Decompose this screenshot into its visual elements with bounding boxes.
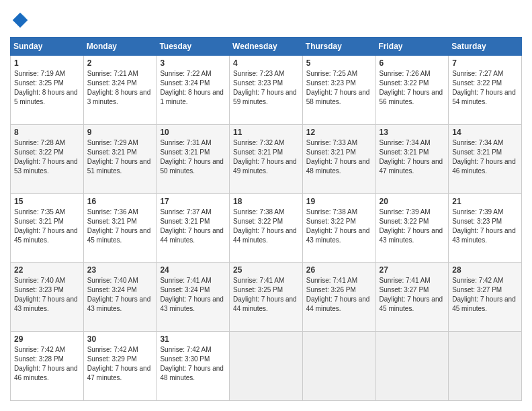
calendar-cell: [449, 332, 522, 401]
daylight-label: Daylight: 7 hours and 43 minutes.: [452, 227, 516, 244]
calendar-week-4: 22 Sunrise: 7:40 AM Sunset: 3:23 PM Dayl…: [11, 263, 522, 332]
calendar-cell: [230, 332, 303, 401]
day-number: 25: [233, 265, 299, 275]
day-number: 29: [14, 334, 80, 344]
sunrise-label: Sunrise: 7:21 AM: [87, 70, 138, 77]
day-number: 17: [160, 197, 226, 206]
daylight-label: Daylight: 7 hours and 54 minutes.: [452, 89, 516, 105]
daylight-label: Daylight: 7 hours and 50 minutes.: [160, 158, 224, 175]
sunrise-label: Sunrise: 7:42 AM: [452, 277, 503, 284]
daylight-label: Daylight: 7 hours and 46 minutes.: [452, 158, 516, 175]
sunset-label: Sunset: 3:21 PM: [160, 218, 210, 225]
sunset-label: Sunset: 3:21 PM: [233, 148, 283, 156]
day-number: 8: [14, 128, 80, 137]
calendar-cell: 23 Sunrise: 7:40 AM Sunset: 3:24 PM Dayl…: [83, 263, 157, 332]
svg-marker-0: [13, 13, 28, 28]
daylight-label: Daylight: 7 hours and 47 minutes.: [87, 365, 151, 381]
sunrise-label: Sunrise: 7:40 AM: [14, 277, 65, 284]
calendar-cell: 6 Sunrise: 7:26 AM Sunset: 3:22 PM Dayli…: [375, 56, 449, 125]
day-number: 24: [160, 265, 226, 275]
sunset-label: Sunset: 3:29 PM: [87, 355, 137, 363]
day-number: 1: [14, 58, 80, 68]
sunset-label: Sunset: 3:21 PM: [380, 148, 429, 156]
calendar-cell: 4 Sunrise: 7:23 AM Sunset: 3:23 PM Dayli…: [230, 56, 303, 125]
col-header-monday: Monday: [83, 38, 157, 56]
sunrise-label: Sunrise: 7:26 AM: [380, 70, 431, 77]
day-number: 10: [160, 128, 226, 137]
day-number: 12: [306, 128, 372, 137]
calendar-cell: 29 Sunrise: 7:42 AM Sunset: 3:28 PM Dayl…: [11, 332, 84, 401]
daylight-label: Daylight: 7 hours and 44 minutes.: [160, 227, 224, 244]
daylight-label: Daylight: 7 hours and 45 minutes.: [14, 227, 78, 244]
day-info: Sunrise: 7:21 AM Sunset: 3:24 PM Dayligh…: [87, 69, 153, 107]
day-info: Sunrise: 7:37 AM Sunset: 3:21 PM Dayligh…: [160, 208, 226, 245]
calendar-cell: 2 Sunrise: 7:21 AM Sunset: 3:24 PM Dayli…: [83, 56, 157, 125]
sunset-label: Sunset: 3:23 PM: [233, 79, 283, 87]
day-number: 22: [14, 265, 80, 275]
day-number: 3: [160, 58, 226, 68]
sunrise-label: Sunrise: 7:41 AM: [233, 277, 284, 284]
day-info: Sunrise: 7:26 AM Sunset: 3:22 PM Dayligh…: [380, 69, 445, 107]
day-info: Sunrise: 7:28 AM Sunset: 3:22 PM Dayligh…: [14, 138, 80, 176]
daylight-label: Daylight: 8 hours and 3 minutes.: [87, 89, 151, 105]
sunset-label: Sunset: 3:30 PM: [160, 355, 210, 363]
calendar-cell: 19 Sunrise: 7:38 AM Sunset: 3:22 PM Dayl…: [302, 193, 375, 263]
daylight-label: Daylight: 7 hours and 46 minutes.: [14, 365, 78, 381]
day-number: 4: [233, 58, 299, 68]
calendar-cell: 27 Sunrise: 7:41 AM Sunset: 3:27 PM Dayl…: [375, 263, 449, 332]
sunrise-label: Sunrise: 7:37 AM: [160, 208, 211, 216]
day-number: 20: [380, 197, 445, 206]
calendar-cell: 12 Sunrise: 7:33 AM Sunset: 3:21 PM Dayl…: [302, 124, 375, 193]
calendar-header-row: SundayMondayTuesdayWednesdayThursdayFrid…: [11, 38, 522, 56]
calendar-cell: 17 Sunrise: 7:37 AM Sunset: 3:21 PM Dayl…: [157, 193, 230, 263]
calendar-week-5: 29 Sunrise: 7:42 AM Sunset: 3:28 PM Dayl…: [11, 332, 522, 401]
sunset-label: Sunset: 3:23 PM: [452, 218, 502, 225]
day-info: Sunrise: 7:39 AM Sunset: 3:22 PM Dayligh…: [380, 208, 445, 245]
sunset-label: Sunset: 3:24 PM: [87, 79, 137, 87]
day-number: 28: [452, 265, 518, 275]
sunset-label: Sunset: 3:24 PM: [87, 286, 137, 293]
calendar-cell: 3 Sunrise: 7:22 AM Sunset: 3:24 PM Dayli…: [157, 56, 230, 125]
day-info: Sunrise: 7:42 AM Sunset: 3:29 PM Dayligh…: [87, 345, 153, 383]
calendar-cell: 7 Sunrise: 7:27 AM Sunset: 3:22 PM Dayli…: [449, 56, 522, 125]
daylight-label: Daylight: 7 hours and 53 minutes.: [14, 158, 78, 175]
sunset-label: Sunset: 3:22 PM: [14, 148, 64, 156]
sunrise-label: Sunrise: 7:33 AM: [306, 139, 357, 146]
day-number: 11: [233, 128, 299, 137]
daylight-label: Daylight: 7 hours and 43 minutes.: [87, 295, 151, 312]
daylight-label: Daylight: 7 hours and 45 minutes.: [380, 295, 443, 312]
sunrise-label: Sunrise: 7:41 AM: [160, 277, 211, 284]
day-number: 30: [87, 334, 153, 344]
col-header-tuesday: Tuesday: [157, 38, 230, 56]
calendar-table: SundayMondayTuesdayWednesdayThursdayFrid…: [10, 37, 522, 401]
day-number: 14: [452, 128, 518, 137]
calendar-cell: 31 Sunrise: 7:42 AM Sunset: 3:30 PM Dayl…: [157, 332, 230, 401]
daylight-label: Daylight: 7 hours and 44 minutes.: [233, 295, 297, 312]
daylight-label: Daylight: 8 hours and 5 minutes.: [14, 89, 78, 105]
day-number: 21: [452, 197, 518, 206]
sunset-label: Sunset: 3:25 PM: [233, 286, 283, 293]
sunrise-label: Sunrise: 7:38 AM: [233, 208, 284, 216]
sunrise-label: Sunrise: 7:23 AM: [233, 70, 284, 77]
sunrise-label: Sunrise: 7:22 AM: [160, 70, 211, 77]
daylight-label: Daylight: 7 hours and 43 minutes.: [14, 295, 78, 312]
sunrise-label: Sunrise: 7:28 AM: [14, 139, 65, 146]
day-number: 7: [452, 58, 518, 68]
calendar-cell: 28 Sunrise: 7:42 AM Sunset: 3:27 PM Dayl…: [449, 263, 522, 332]
day-number: 13: [380, 128, 445, 137]
day-info: Sunrise: 7:41 AM Sunset: 3:27 PM Dayligh…: [380, 276, 445, 314]
sunrise-label: Sunrise: 7:27 AM: [452, 70, 503, 77]
sunset-label: Sunset: 3:22 PM: [233, 218, 283, 225]
day-info: Sunrise: 7:22 AM Sunset: 3:24 PM Dayligh…: [160, 69, 226, 107]
logo-icon: [10, 10, 30, 30]
calendar-cell: 30 Sunrise: 7:42 AM Sunset: 3:29 PM Dayl…: [83, 332, 157, 401]
daylight-label: Daylight: 7 hours and 43 minutes.: [380, 227, 443, 244]
calendar-cell: 25 Sunrise: 7:41 AM Sunset: 3:25 PM Dayl…: [230, 263, 303, 332]
day-info: Sunrise: 7:34 AM Sunset: 3:21 PM Dayligh…: [380, 138, 445, 176]
day-number: 5: [306, 58, 372, 68]
calendar-cell: 22 Sunrise: 7:40 AM Sunset: 3:23 PM Dayl…: [11, 263, 84, 332]
sunset-label: Sunset: 3:22 PM: [306, 218, 356, 225]
calendar-cell: 20 Sunrise: 7:39 AM Sunset: 3:22 PM Dayl…: [375, 193, 449, 263]
day-info: Sunrise: 7:41 AM Sunset: 3:24 PM Dayligh…: [160, 276, 226, 314]
col-header-sunday: Sunday: [11, 38, 84, 56]
